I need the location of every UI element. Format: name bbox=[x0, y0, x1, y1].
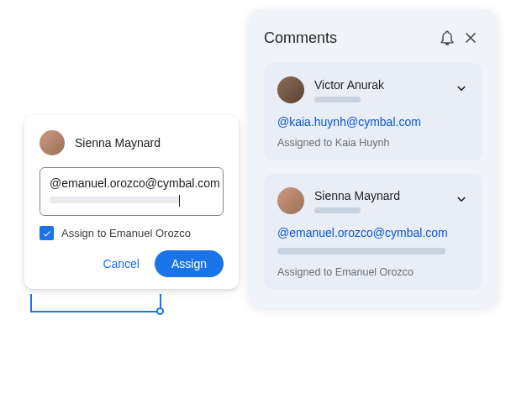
assigned-to-text: Assigned to Kaia Huynh bbox=[277, 137, 469, 149]
comment-timestamp bbox=[314, 207, 361, 213]
assign-checkbox[interactable] bbox=[40, 226, 54, 240]
current-user-name: Sienna Maynard bbox=[75, 136, 161, 150]
mention-text: @emanuel.orozco@cymbal.com bbox=[50, 176, 213, 190]
assign-dialog-header: Sienna Maynard bbox=[40, 130, 224, 155]
dialog-buttons: Cancel Assign bbox=[40, 250, 224, 277]
comments-title: Comments bbox=[264, 29, 435, 47]
cancel-button[interactable]: Cancel bbox=[96, 252, 146, 276]
comments-panel: Comments Victor Anurak @kaia.huynh@cymba… bbox=[249, 9, 498, 308]
assigned-to-text: Assigned to Emanuel Orozco bbox=[277, 266, 469, 278]
selection-resize-dot[interactable] bbox=[156, 307, 164, 315]
comment-card[interactable]: Sienna Maynard @emanuel.orozco@cymbal.co… bbox=[264, 174, 482, 290]
assign-checkbox-label: Assign to Emanuel Orozco bbox=[61, 227, 191, 239]
avatar bbox=[277, 76, 304, 103]
comment-timestamp bbox=[314, 97, 361, 102]
assign-checkbox-row[interactable]: Assign to Emanuel Orozco bbox=[40, 226, 224, 240]
avatar bbox=[277, 187, 304, 214]
check-icon bbox=[42, 228, 52, 239]
chevron-down-icon bbox=[454, 192, 469, 207]
comment-input[interactable]: @emanuel.orozco@cymbal.com bbox=[40, 167, 224, 216]
comment-card[interactable]: Victor Anurak @kaia.huynh@cymbal.com Ass… bbox=[264, 63, 482, 160]
comment-body-line bbox=[277, 248, 445, 255]
assign-button[interactable]: Assign bbox=[155, 250, 224, 277]
notifications-button[interactable] bbox=[435, 26, 459, 50]
input-placeholder-line bbox=[50, 197, 180, 203]
comment-author: Sienna Maynard bbox=[314, 189, 444, 202]
avatar bbox=[40, 130, 65, 155]
close-icon bbox=[462, 29, 479, 46]
bell-icon bbox=[439, 29, 456, 46]
chevron-down-icon bbox=[454, 81, 469, 96]
selection-handle[interactable] bbox=[30, 294, 161, 312]
mention-link[interactable]: @kaia.huynh@cymbal.com bbox=[277, 115, 469, 129]
expand-button[interactable] bbox=[454, 192, 469, 210]
assign-dialog: Sienna Maynard @emanuel.orozco@cymbal.co… bbox=[24, 115, 239, 289]
comment-user: Victor Anurak bbox=[314, 78, 444, 102]
comments-header: Comments bbox=[264, 26, 482, 50]
close-button[interactable] bbox=[459, 26, 482, 50]
mention-link[interactable]: @emanuel.orozco@cymbal.com bbox=[277, 226, 469, 239]
comment-head: Sienna Maynard bbox=[277, 187, 469, 214]
text-caret bbox=[179, 195, 180, 207]
comment-author: Victor Anurak bbox=[314, 78, 444, 92]
expand-button[interactable] bbox=[454, 81, 469, 99]
comment-head: Victor Anurak bbox=[277, 76, 469, 103]
comment-user: Sienna Maynard bbox=[314, 189, 444, 213]
